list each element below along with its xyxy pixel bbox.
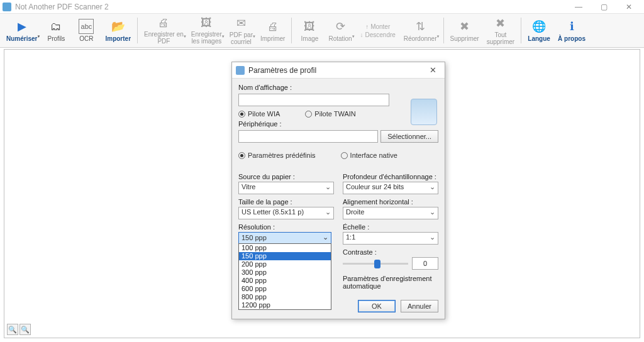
rotation-button[interactable]: ⟳ Rotation ▼ xyxy=(325,15,355,46)
resolution-option[interactable]: 150 ppp xyxy=(239,252,331,260)
h-align-label: Alignement horizontal : xyxy=(343,198,438,206)
resolution-label: Résolution : xyxy=(238,223,334,231)
resolution-option[interactable]: 800 ppp xyxy=(239,293,331,301)
maximize-button[interactable]: ▢ xyxy=(591,1,616,13)
contrast-label: Contraste : xyxy=(343,248,438,256)
dialog-titlebar: Paramètres de profil ✕ xyxy=(232,62,445,79)
resolution-option[interactable]: 400 ppp xyxy=(239,277,331,285)
autosave-label: Paramètres d'enregistrement automatique xyxy=(343,275,438,290)
language-button[interactable]: 🌐 Langue xyxy=(524,15,554,46)
save-pdf-button[interactable]: 🖨 Enregistrer en PDF ▼ xyxy=(140,15,187,46)
reorder-icon: ⇅ xyxy=(413,19,428,34)
scale-label: Échelle : xyxy=(343,223,438,231)
resolution-dropdown-list: 100 ppp 150 ppp 200 ppp 300 ppp 400 ppp … xyxy=(238,243,331,310)
email-icon: ✉ xyxy=(233,16,248,30)
import-button[interactable]: 📂 Importer xyxy=(101,15,135,46)
resolution-option[interactable]: 1200 ppp xyxy=(239,301,331,309)
contrast-value[interactable]: 0 xyxy=(412,257,438,270)
bit-depth-select[interactable]: Couleur sur 24 bits xyxy=(343,182,438,194)
pdf-email-button[interactable]: ✉ PDF par courriel ▼ xyxy=(226,15,257,46)
zoom-out-button[interactable]: 🔍 xyxy=(7,324,18,335)
dialog-icon xyxy=(236,66,245,75)
ocr-icon: abc xyxy=(79,19,94,34)
toolbar: ▶ Numériser ▼ 🗂 Profils abc OCR 📂 Import… xyxy=(0,14,644,48)
profile-settings-dialog: Paramètres de profil ✕ Nom d'affichage :… xyxy=(231,62,445,319)
scale-select[interactable]: 1:1 xyxy=(343,232,438,245)
paper-source-select[interactable]: Vitre xyxy=(238,182,334,194)
pdf-icon: 🖨 xyxy=(156,16,171,30)
select-device-button[interactable]: Sélectionner... xyxy=(380,130,438,143)
window-title: Not Another PDF Scanner 2 xyxy=(15,3,109,11)
device-input[interactable] xyxy=(238,130,378,143)
ok-button[interactable]: OK xyxy=(358,300,396,312)
resolution-option[interactable]: 100 ppp xyxy=(239,244,331,252)
cancel-button[interactable]: Annuler xyxy=(401,300,438,312)
scan-button[interactable]: ▶ Numériser ▼ xyxy=(3,15,41,46)
page-size-label: Taille de la page : xyxy=(238,198,334,206)
resolution-option[interactable]: 200 ppp xyxy=(239,260,331,268)
display-name-input[interactable] xyxy=(238,94,389,106)
driver-wia-radio[interactable]: Pilote WIA xyxy=(238,110,280,118)
about-button[interactable]: ℹ À propos xyxy=(554,15,589,46)
bit-depth-label: Profondeur d'échantillonnage : xyxy=(343,173,438,180)
slider-thumb[interactable] xyxy=(374,260,380,268)
image-icon: 🖼 xyxy=(302,19,317,34)
paper-source-label: Source du papier : xyxy=(238,173,334,180)
images-icon: 🖼 xyxy=(199,16,214,30)
zoom-in-button[interactable]: 🔍 xyxy=(19,324,31,335)
resolution-option[interactable]: 300 ppp xyxy=(239,268,331,277)
save-images-button[interactable]: 🖼 Enregistrer les images ▼ xyxy=(187,15,226,46)
title-bar: Not Another PDF Scanner 2 — ▢ ✕ xyxy=(0,0,644,14)
delete-icon: ✖ xyxy=(457,19,472,34)
resolution-option[interactable]: 600 ppp xyxy=(239,285,331,293)
page-size-select[interactable]: US Letter (8.5x11 p) xyxy=(238,207,334,219)
profiles-icon: 🗂 xyxy=(48,19,64,34)
arrow-up-icon[interactable]: ↑ xyxy=(365,23,369,30)
profiles-button[interactable]: 🗂 Profils xyxy=(41,15,71,46)
image-button[interactable]: 🖼 Image xyxy=(294,15,325,46)
delete-all-icon: ✖ xyxy=(493,16,508,30)
delete-button[interactable]: ✖ Supprimer xyxy=(447,15,483,46)
info-icon: ℹ xyxy=(564,19,579,34)
native-ui-radio[interactable]: Interface native xyxy=(341,152,397,159)
arrow-down-icon[interactable]: ↓ xyxy=(360,31,364,38)
globe-icon: 🌐 xyxy=(531,19,547,34)
scanner-illustration xyxy=(411,99,437,125)
preset-params-radio[interactable]: Paramètres prédéfinis xyxy=(238,152,316,159)
close-window-button[interactable]: ✕ xyxy=(616,1,641,13)
printer-icon: 🖨 xyxy=(265,19,280,34)
ocr-button[interactable]: abc OCR xyxy=(71,15,101,46)
delete-all-button[interactable]: ✖ Tout supprimer xyxy=(483,15,518,46)
device-label: Périphérique : xyxy=(238,120,282,128)
play-icon: ▶ xyxy=(14,19,30,34)
print-button[interactable]: 🖨 Imprimer xyxy=(257,15,289,46)
resolution-select[interactable]: 150 ppp xyxy=(238,232,331,245)
import-icon: 📂 xyxy=(111,19,126,34)
rotate-icon: ⟳ xyxy=(333,19,348,34)
app-icon xyxy=(3,3,11,11)
display-name-label: Nom d'affichage : xyxy=(238,84,292,91)
driver-twain-radio[interactable]: Pilote TWAIN xyxy=(305,110,355,118)
move-group: ↑Monter ↓Descendre xyxy=(356,15,400,46)
contrast-slider[interactable] xyxy=(343,263,408,265)
minimize-button[interactable]: — xyxy=(566,1,591,13)
reorder-button[interactable]: ⇅ Réordonner ▼ xyxy=(400,15,441,46)
dialog-title: Paramètres de profil xyxy=(248,66,316,75)
dialog-close-button[interactable]: ✕ xyxy=(425,65,441,75)
h-align-select[interactable]: Droite xyxy=(343,207,438,219)
